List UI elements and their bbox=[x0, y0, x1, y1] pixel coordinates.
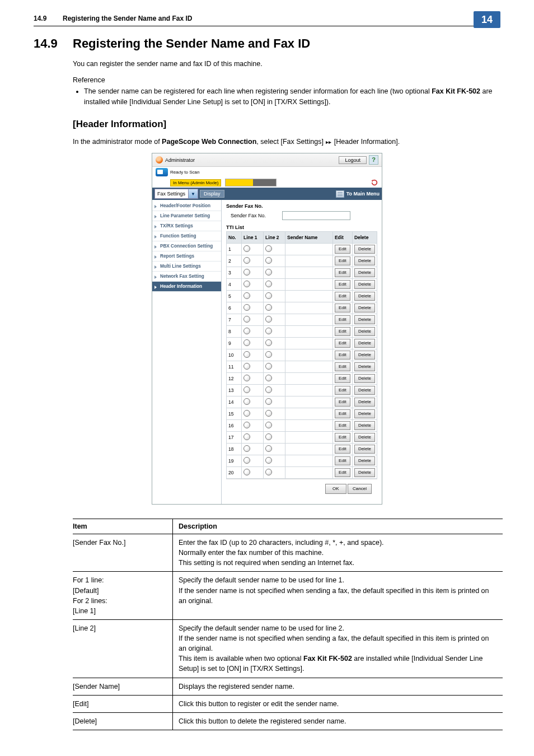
cell-line1[interactable] bbox=[242, 291, 264, 302]
radio-icon[interactable] bbox=[265, 433, 272, 440]
edit-button[interactable]: Edit bbox=[335, 409, 350, 418]
radio-icon[interactable] bbox=[265, 398, 272, 405]
cell-line2[interactable] bbox=[264, 444, 285, 455]
cell-line2[interactable] bbox=[264, 396, 285, 408]
help-icon[interactable]: ? bbox=[369, 155, 378, 165]
cell-line2[interactable] bbox=[264, 373, 285, 385]
cell-line1[interactable] bbox=[242, 361, 264, 373]
delete-button[interactable]: Delete bbox=[354, 315, 375, 324]
logout-button[interactable]: Logout bbox=[339, 156, 367, 164]
edit-button[interactable]: Edit bbox=[335, 445, 350, 454]
cell-line1[interactable] bbox=[242, 338, 264, 349]
edit-button[interactable]: Edit bbox=[335, 374, 350, 383]
cell-line2[interactable] bbox=[264, 385, 285, 396]
sidebar-item[interactable]: Report Settings bbox=[152, 251, 221, 262]
edit-button[interactable]: Edit bbox=[335, 339, 350, 348]
radio-icon[interactable] bbox=[265, 281, 272, 287]
delete-button[interactable]: Delete bbox=[354, 433, 375, 442]
delete-button[interactable]: Delete bbox=[354, 351, 375, 360]
sidebar-item[interactable]: Header/Footer Position bbox=[152, 201, 221, 211]
radio-icon[interactable] bbox=[265, 304, 272, 311]
sender-fax-input[interactable] bbox=[282, 211, 350, 220]
cell-line1[interactable] bbox=[242, 420, 264, 432]
delete-button[interactable]: Delete bbox=[354, 292, 375, 301]
cell-line1[interactable] bbox=[242, 244, 264, 255]
cell-line1[interactable] bbox=[242, 373, 264, 385]
radio-icon[interactable] bbox=[265, 375, 272, 381]
delete-button[interactable]: Delete bbox=[354, 256, 375, 265]
delete-button[interactable]: Delete bbox=[354, 468, 375, 477]
edit-button[interactable]: Edit bbox=[335, 245, 350, 254]
cell-line2[interactable] bbox=[264, 267, 285, 279]
radio-icon[interactable] bbox=[243, 269, 250, 276]
radio-icon[interactable] bbox=[243, 292, 250, 299]
delete-button[interactable]: Delete bbox=[354, 374, 375, 383]
sidebar-item[interactable]: TX/RX Settings bbox=[152, 221, 221, 231]
cell-line1[interactable] bbox=[242, 455, 264, 467]
sidebar-item[interactable]: Function Setting bbox=[152, 231, 221, 241]
radio-icon[interactable] bbox=[243, 328, 250, 334]
delete-button[interactable]: Delete bbox=[354, 268, 375, 277]
radio-icon[interactable] bbox=[265, 257, 272, 264]
display-button[interactable]: Display bbox=[200, 190, 224, 198]
delete-button[interactable]: Delete bbox=[354, 280, 375, 289]
radio-icon[interactable] bbox=[243, 375, 250, 381]
radio-icon[interactable] bbox=[243, 457, 250, 464]
cell-line2[interactable] bbox=[264, 361, 285, 373]
edit-button[interactable]: Edit bbox=[335, 327, 350, 336]
radio-icon[interactable] bbox=[243, 351, 250, 358]
to-main-menu-link[interactable]: To Main Menu bbox=[336, 190, 380, 198]
edit-button[interactable]: Edit bbox=[335, 433, 350, 442]
radio-icon[interactable] bbox=[265, 363, 272, 370]
radio-icon[interactable] bbox=[265, 445, 272, 452]
radio-icon[interactable] bbox=[265, 328, 272, 334]
radio-icon[interactable] bbox=[243, 422, 250, 428]
cell-line2[interactable] bbox=[264, 255, 285, 267]
cancel-button[interactable]: Cancel bbox=[348, 484, 372, 494]
ok-button[interactable]: OK bbox=[325, 484, 346, 494]
edit-button[interactable]: Edit bbox=[335, 304, 350, 312]
delete-button[interactable]: Delete bbox=[354, 409, 375, 418]
radio-icon[interactable] bbox=[243, 257, 250, 264]
sidebar-item[interactable]: Header Information bbox=[152, 282, 221, 292]
delete-button[interactable]: Delete bbox=[354, 421, 375, 430]
cell-line1[interactable] bbox=[242, 444, 264, 455]
delete-button[interactable]: Delete bbox=[354, 304, 375, 312]
cell-line1[interactable] bbox=[242, 302, 264, 314]
radio-icon[interactable] bbox=[265, 422, 272, 428]
sidebar-item[interactable]: Line Parameter Setting bbox=[152, 211, 221, 221]
radio-icon[interactable] bbox=[243, 316, 250, 323]
radio-icon[interactable] bbox=[265, 351, 272, 358]
radio-icon[interactable] bbox=[265, 245, 272, 252]
edit-button[interactable]: Edit bbox=[335, 362, 350, 371]
cell-line1[interactable] bbox=[242, 385, 264, 396]
category-select[interactable]: Fax Settings ▼ bbox=[154, 189, 198, 199]
cell-line1[interactable] bbox=[242, 267, 264, 279]
cell-line1[interactable] bbox=[242, 432, 264, 444]
delete-button[interactable]: Delete bbox=[354, 398, 375, 407]
cell-line1[interactable] bbox=[242, 349, 264, 361]
radio-icon[interactable] bbox=[243, 410, 250, 417]
cell-line2[interactable] bbox=[264, 291, 285, 302]
cell-line1[interactable] bbox=[242, 314, 264, 326]
cell-line1[interactable] bbox=[242, 467, 264, 479]
cell-line2[interactable] bbox=[264, 467, 285, 479]
radio-icon[interactable] bbox=[243, 386, 250, 393]
delete-button[interactable]: Delete bbox=[354, 445, 375, 454]
cell-line2[interactable] bbox=[264, 349, 285, 361]
edit-button[interactable]: Edit bbox=[335, 456, 350, 465]
cell-line2[interactable] bbox=[264, 279, 285, 291]
radio-icon[interactable] bbox=[243, 363, 250, 370]
sidebar-item[interactable]: PBX Connection Setting bbox=[152, 241, 221, 251]
edit-button[interactable]: Edit bbox=[335, 315, 350, 324]
radio-icon[interactable] bbox=[243, 433, 250, 440]
cell-line1[interactable] bbox=[242, 396, 264, 408]
cell-line2[interactable] bbox=[264, 432, 285, 444]
radio-icon[interactable] bbox=[265, 457, 272, 464]
radio-icon[interactable] bbox=[265, 469, 272, 475]
radio-icon[interactable] bbox=[243, 339, 250, 346]
cell-line1[interactable] bbox=[242, 279, 264, 291]
radio-icon[interactable] bbox=[243, 281, 250, 287]
delete-button[interactable]: Delete bbox=[354, 339, 375, 348]
radio-icon[interactable] bbox=[243, 469, 250, 475]
